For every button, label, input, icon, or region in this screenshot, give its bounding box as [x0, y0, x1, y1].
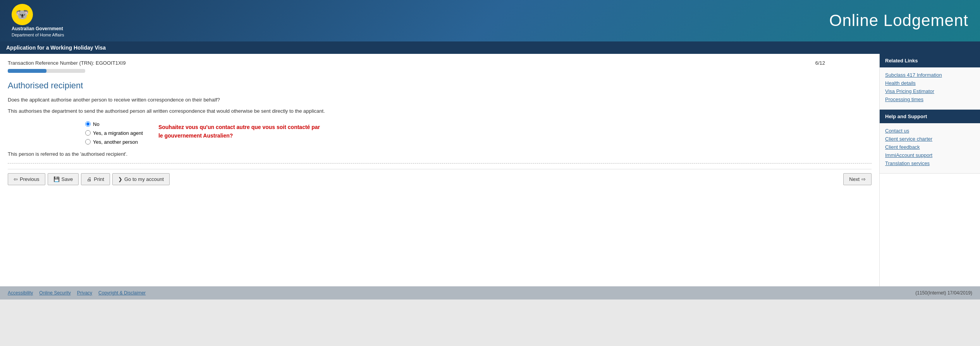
footer-security[interactable]: Online Security: [39, 290, 70, 296]
print-icon: 🖨: [87, 176, 92, 182]
save-button[interactable]: 💾 Save: [48, 173, 79, 185]
nav-left: ⇦ Previous 💾 Save 🖨 Print ❯ Go to my acc…: [8, 173, 170, 185]
footer-accessibility[interactable]: Accessibility: [8, 290, 33, 296]
account-label: Go to my account: [124, 176, 164, 182]
nav-right: Next ⇨: [843, 173, 872, 185]
logo-text: Australian Government Department of Home…: [12, 26, 64, 38]
link-subclass-417[interactable]: Subclass 417 Information: [885, 72, 975, 78]
app-bar: Application for a Working Holiday Visa: [0, 41, 980, 54]
save-icon: 💾: [53, 176, 60, 182]
print-button[interactable]: 🖨 Print: [81, 173, 110, 185]
previous-icon: ⇦: [14, 176, 18, 182]
next-label: Next: [849, 176, 860, 182]
page-header: 🐨 Australian Government Department of Ho…: [0, 0, 980, 41]
radio-another-label: Yes, another person: [93, 139, 138, 145]
page-indicator: 6/12: [815, 60, 825, 66]
radio-no-input[interactable]: [85, 121, 91, 127]
link-contact-us[interactable]: Contact us: [885, 128, 975, 134]
link-translation-services[interactable]: Translation services: [885, 160, 975, 166]
radio-no-label: No: [93, 121, 100, 127]
footer-privacy[interactable]: Privacy: [77, 290, 92, 296]
account-icon: ❯: [118, 176, 122, 182]
progress-fill: [8, 69, 46, 73]
note-text: This authorises the department to send t…: [8, 107, 872, 115]
previous-label: Previous: [20, 176, 40, 182]
section-divider: [8, 163, 872, 164]
link-client-service-charter[interactable]: Client service charter: [885, 136, 975, 142]
link-processing-times[interactable]: Processing times: [885, 96, 975, 102]
section-heading: Authorised recipient: [8, 81, 872, 91]
radio-group: No Yes, a migration agent Yes, another p…: [85, 121, 143, 145]
coat-of-arms: 🐨: [12, 4, 33, 25]
help-heading: Help and Support: [880, 110, 980, 123]
footer-copyright[interactable]: Copyright & Disclaimer: [98, 290, 146, 296]
radio-another-input[interactable]: [85, 139, 91, 145]
question-text: Does the applicant authorise another per…: [8, 96, 872, 104]
gov-label: Australian Government: [12, 26, 64, 32]
related-links-section: Related Links Subclass 417 Information H…: [880, 54, 980, 110]
trn-text: Transaction Reference Number (TRN): EGOO…: [8, 60, 126, 66]
progress-track: [8, 69, 85, 73]
help-support-section: Help and Support Contact us Client servi…: [880, 110, 980, 174]
help-links-list: Contact us Client service charter Client…: [880, 123, 980, 174]
note-person: This person is referred to as the 'autho…: [8, 151, 872, 157]
next-icon: ⇨: [861, 176, 866, 182]
print-label: Print: [94, 176, 104, 182]
content-area: Transaction Reference Number (TRN): EGOO…: [0, 54, 879, 286]
nav-buttons: ⇦ Previous 💾 Save 🖨 Print ❯ Go to my acc…: [8, 169, 872, 189]
radio-no[interactable]: No: [85, 121, 143, 127]
next-button[interactable]: Next ⇨: [843, 173, 872, 185]
footer-version: (1150(Internet) 17/04/2019): [915, 290, 972, 296]
footer: Accessibility Online Security Privacy Co…: [0, 286, 980, 300]
radio-migration-input[interactable]: [85, 130, 91, 136]
french-text: Souhaitez vous qu'un contact autre que v…: [158, 121, 321, 140]
footer-links: Accessibility Online Security Privacy Co…: [8, 290, 146, 296]
sidebar: Related Links Subclass 417 Information H…: [879, 54, 980, 286]
radio-another-person[interactable]: Yes, another person: [85, 139, 143, 145]
related-links-heading: Related Links: [880, 54, 980, 67]
link-visa-pricing[interactable]: Visa Pricing Estimator: [885, 88, 975, 94]
government-logo: 🐨 Australian Government Department of Ho…: [12, 4, 64, 38]
related-links-list: Subclass 417 Information Health details …: [880, 67, 980, 110]
site-title: Online Lodgement: [829, 11, 968, 30]
trn-row: Transaction Reference Number (TRN): EGOO…: [8, 60, 872, 66]
dept-label: Department of Home Affairs: [12, 32, 64, 38]
radio-migration-agent[interactable]: Yes, a migration agent: [85, 130, 143, 136]
previous-button[interactable]: ⇦ Previous: [8, 173, 45, 185]
save-label: Save: [62, 176, 73, 182]
link-health-details[interactable]: Health details: [885, 80, 975, 86]
radio-french-wrapper: No Yes, a migration agent Yes, another p…: [8, 121, 872, 145]
app-title: Application for a Working Holiday Visa: [6, 45, 106, 51]
main-wrapper: Transaction Reference Number (TRN): EGOO…: [0, 54, 980, 286]
account-button[interactable]: ❯ Go to my account: [112, 173, 170, 185]
radio-migration-label: Yes, a migration agent: [93, 130, 143, 136]
link-immi-support[interactable]: ImmiAccount support: [885, 152, 975, 158]
link-client-feedback[interactable]: Client feedback: [885, 144, 975, 150]
progress-container: [8, 69, 872, 73]
